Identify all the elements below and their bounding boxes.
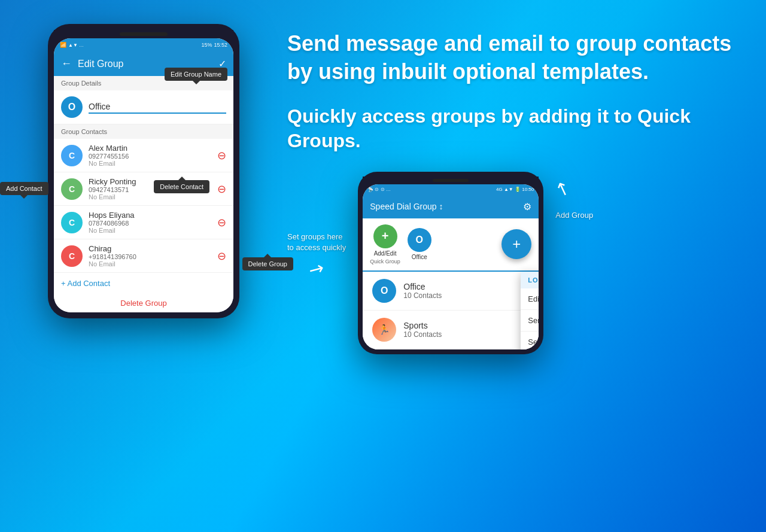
status-icons: ▲▼ … (68, 42, 84, 48)
contact-name-4: Chirag (89, 244, 211, 253)
contact-email-4: No Email (89, 260, 211, 267)
status-left: 📶 ▲▼ … (60, 42, 84, 48)
group-name-area: O Edit Group Name (54, 90, 233, 124)
group-name-input[interactable] (89, 101, 226, 114)
battery-text: 15% (201, 42, 212, 48)
add-contact-link[interactable]: + Add Contact (61, 279, 110, 288)
delete-contact-tooltip-wrapper: Delete Contact (154, 177, 209, 193)
status-right-2: 4G ▲▼ 🔋 10:50 (496, 187, 534, 192)
status-bar: 📶 ▲▼ … 15% 15:52 (54, 38, 233, 51)
group-avatar: O (61, 96, 83, 118)
contact-email-3: No Email (89, 227, 211, 234)
delete-contact-4-button[interactable]: ⊖ (217, 250, 226, 263)
contact-avatar-3: C (61, 212, 83, 233)
group-list-wrapper: O Office 10 Contacts LONG PRESS Edit Gro… (363, 272, 539, 349)
content-wrapper: 📶 ▲▼ … 15% 15:52 ← Edit Group ✓ (0, 0, 766, 532)
second-phone-area: Set groups hereto access quickly ↗ 📡 ⊙ ⊙… (287, 172, 742, 354)
add-contact-tooltip-wrapper: Add Contact (0, 182, 48, 199)
office-quick-group[interactable]: O Office (408, 228, 431, 260)
speed-dial-title: Speed Dial Group ↕ (370, 202, 443, 211)
tooltip-arrow-add (20, 195, 28, 199)
edit-group-name-tooltip: Edit Group Name (165, 68, 227, 81)
delete-group-link[interactable]: Delete Group (120, 299, 166, 308)
group-contacts-label: Group Contacts (54, 124, 233, 139)
contact-name-1: Alex Martin (89, 144, 211, 153)
second-phone-wrapper: 📡 ⊙ ⊙ … 4G ▲▼ 🔋 10:50 Speed Dial Group ↕… (358, 172, 543, 354)
settings-icon[interactable]: ⚙ (523, 201, 531, 212)
quick-groups-row: + Add/Edit Quick Group O Office + (363, 218, 539, 272)
right-section: Send message and email to group contacts… (287, 18, 742, 514)
add-edit-label: Add/Edit (374, 250, 397, 257)
add-edit-sublabel: Quick Group (370, 259, 400, 265)
second-phone-header: Speed Dial Group ↕ ⚙ (363, 195, 539, 218)
office-list-count: 10 Contacts (403, 291, 529, 300)
contact-avatar-1: C (61, 145, 83, 166)
delete-contact-3-button[interactable]: ⊖ (217, 216, 226, 229)
delete-group-tooltip-wrapper: Delete Group (242, 254, 293, 270)
office-list-avatar: O (372, 279, 396, 303)
sports-list-avatar: 🏃 (372, 318, 396, 342)
status-bar-2: 📡 ⊙ ⊙ … 4G ▲▼ 🔋 10:50 (363, 184, 539, 195)
contact-1-wrapper: C Alex Martin 09277455156 No Email ⊖ Del (54, 139, 233, 172)
sports-list-name: Sports (403, 321, 529, 330)
context-menu-send-email[interactable]: Send Group E-mail (521, 332, 539, 349)
back-button[interactable]: ← (61, 57, 72, 70)
delete-group-tooltip: Delete Group (242, 257, 293, 270)
context-menu-send-sms[interactable]: Send Group SMS (521, 310, 539, 332)
status-right: 15% 15:52 (201, 42, 227, 48)
contact-item-3: C Hops Eliyana 07874086968 No Email ⊖ (54, 206, 233, 239)
contact-phone-3: 07874086968 (89, 220, 211, 227)
delete-contact-1-button[interactable]: ⊖ (217, 149, 226, 162)
add-edit-quick-group[interactable]: + Add/Edit Quick Group (370, 224, 400, 265)
group-list-item-sports[interactable]: 🏃 Sports 10 Contacts (363, 311, 539, 349)
edit-group-name-tooltip-wrapper: Edit Group Name (165, 68, 227, 84)
context-menu-header: LONG PRESS (521, 272, 539, 288)
add-edit-icon: + (373, 224, 397, 248)
annotation-add-group: Add Group (555, 204, 593, 221)
delete-group-row: Delete Group (54, 294, 233, 312)
annotation-set-groups-text: Set groups hereto access quickly (287, 232, 346, 252)
contact-info-4: Chirag +918141396760 No Email (89, 244, 211, 267)
arrow-add-group: ↗ (552, 176, 573, 200)
delete-contact-tooltip: Delete Contact (154, 180, 209, 193)
contact-info-3: Hops Eliyana 07874086968 No Email (89, 211, 211, 234)
second-phone-screen: 📡 ⊙ ⊙ … 4G ▲▼ 🔋 10:50 Speed Dial Group ↕… (363, 184, 539, 349)
contact-email-1: No Email (89, 160, 211, 167)
delete-contact-2-button[interactable]: ⊖ (217, 183, 226, 196)
contact-avatar-4: C (61, 245, 83, 267)
fab-icon: + (512, 236, 521, 253)
group-list-item-office[interactable]: O Office 10 Contacts LONG PRESS Edit Gro… (363, 272, 539, 311)
arrow-set-groups: ↗ (305, 256, 329, 282)
contact-item-1: C Alex Martin 09277455156 No Email ⊖ (54, 139, 233, 172)
main-heading: Send message and email to group contacts… (287, 30, 742, 86)
office-qg-label: Office (412, 254, 427, 260)
office-list-name: Office (403, 282, 529, 291)
add-contact-row: + Add Contact (54, 273, 233, 294)
left-phone-frame: 📶 ▲▼ … 15% 15:52 ← Edit Group ✓ (48, 24, 239, 318)
office-list-info: Office 10 Contacts (403, 282, 529, 300)
tooltip-arrow-edit (193, 81, 200, 84)
left-phone-screen: 📶 ▲▼ … 15% 15:52 ← Edit Group ✓ (54, 38, 233, 312)
contact-info-1: Alex Martin 09277455156 No Email (89, 144, 211, 167)
sports-list-info: Sports 10 Contacts (403, 321, 529, 339)
left-section: 📶 ▲▼ … 15% 15:52 ← Edit Group ✓ (24, 18, 263, 514)
phone-notch-2 (363, 177, 539, 184)
annotation-left-wrapper: Set groups hereto access quickly ↗ (287, 172, 346, 279)
contact-avatar-2: C (61, 178, 83, 200)
office-qg-avatar: O (408, 228, 431, 252)
context-menu: LONG PRESS Edit Group Send Group SMS Sen… (521, 272, 539, 349)
sports-list-count: 10 Contacts (403, 330, 529, 339)
sub-heading: Quickly access groups by adding it to Qu… (287, 104, 742, 154)
annotation-right-wrapper: ↗ Add Group (555, 172, 593, 221)
contact-phone-4: +918141396760 (89, 253, 211, 260)
fab-add-group[interactable]: + (501, 229, 531, 259)
phone-notch (54, 30, 233, 38)
second-phone-frame: 📡 ⊙ ⊙ … 4G ▲▼ 🔋 10:50 Speed Dial Group ↕… (358, 172, 543, 354)
second-phone-header-icons: ⚙ (523, 201, 531, 212)
status-icons-2: 📡 ⊙ ⊙ … (367, 187, 391, 192)
group-name-row: O (54, 90, 233, 124)
add-contact-tooltip: Add Contact (0, 182, 48, 195)
context-menu-edit-group[interactable]: Edit Group (521, 288, 539, 310)
contact-email-2: No Email (89, 193, 211, 200)
wifi-icon: 📶 (60, 42, 66, 48)
